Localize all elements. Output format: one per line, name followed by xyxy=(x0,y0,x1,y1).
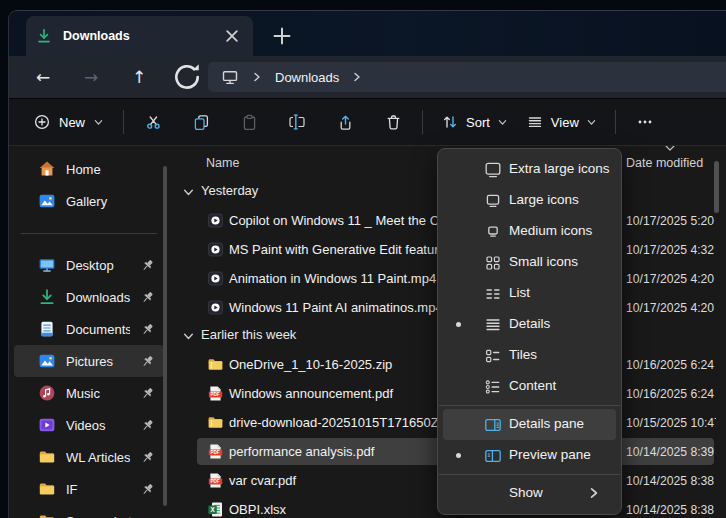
file-date-modified: 10/14/2025 8:38 xyxy=(626,474,716,488)
file-name: Copilot on Windows 11 _ Meet the Compu xyxy=(229,213,472,228)
folder-icon xyxy=(38,512,56,518)
sidebar-item-label: Home xyxy=(66,162,164,177)
new-button-label: New xyxy=(59,115,85,130)
file-date-modified: 10/17/2025 4:32 xyxy=(626,243,716,257)
sidebar-item-downloads[interactable]: Downloads xyxy=(14,281,164,313)
menu-item-show[interactable]: Show xyxy=(443,478,616,509)
address-bar[interactable]: Downloads xyxy=(208,62,726,92)
chevron-down-icon xyxy=(94,118,103,127)
tab-close-icon[interactable] xyxy=(221,25,243,47)
sidebar-item-documents[interactable]: Documents xyxy=(14,313,164,345)
pdf-file-icon: PDF xyxy=(207,385,224,402)
sort-icon xyxy=(442,114,458,130)
downloads-icon xyxy=(36,28,52,44)
paste-button[interactable] xyxy=(229,105,269,139)
list-icon xyxy=(484,285,502,303)
menu-item-medium-icons[interactable]: Medium icons xyxy=(443,216,616,247)
sidebar-item-wl-articles[interactable]: WL Articles xyxy=(14,441,164,473)
view-icon xyxy=(527,114,543,130)
svg-text:PDF: PDF xyxy=(210,479,219,484)
pin-icon xyxy=(140,290,155,305)
toolbar-divider xyxy=(615,110,616,134)
view-button[interactable]: View xyxy=(517,107,606,137)
pin-icon xyxy=(140,450,155,465)
share-button[interactable] xyxy=(325,105,365,139)
up-button[interactable]: ↑ xyxy=(119,61,159,93)
sort-button[interactable]: Sort xyxy=(432,107,517,137)
breadcrumb-downloads[interactable]: Downloads xyxy=(275,70,339,85)
svg-text:X: X xyxy=(210,506,215,513)
tab-downloads[interactable]: Downloads xyxy=(26,16,253,56)
sidebar-item-if[interactable]: IF xyxy=(14,473,164,505)
toolbar-divider xyxy=(422,110,423,134)
more-options-button[interactable] xyxy=(625,105,665,139)
new-button[interactable]: New xyxy=(23,107,114,137)
new-plus-icon xyxy=(34,114,50,130)
refresh-button[interactable] xyxy=(167,61,207,93)
menu-item-extra-large-icons[interactable]: Extra large icons xyxy=(443,154,616,185)
sidebar-item-label: IF xyxy=(66,482,130,497)
menu-item-tiles[interactable]: Tiles xyxy=(443,340,616,371)
breadcrumb-chevron-icon[interactable] xyxy=(252,72,262,82)
sidebar-item-label: Downloads xyxy=(66,290,130,305)
sidebar-item-label: Screenshots xyxy=(66,514,164,518)
column-header-date-modified[interactable]: Date modified xyxy=(626,156,703,170)
file-date-modified: 10/15/2025 10:47 xyxy=(626,416,716,430)
selected-bullet-icon xyxy=(456,453,461,458)
this-pc-icon[interactable] xyxy=(221,68,239,86)
new-tab-button[interactable] xyxy=(270,24,294,48)
file-date-modified: 10/14/2025 8:39 xyxy=(626,445,716,459)
sidebar-item-pictures[interactable]: Pictures xyxy=(14,345,164,377)
delete-button[interactable] xyxy=(373,105,413,139)
menu-item-label: Large icons xyxy=(509,192,579,207)
menu-item-label: Content xyxy=(509,378,556,393)
sidebar-separator xyxy=(9,217,169,249)
cut-button[interactable] xyxy=(133,105,173,139)
menu-item-content[interactable]: Content xyxy=(443,371,616,402)
sidebar-item-home[interactable]: Home xyxy=(14,153,164,185)
sidebar-item-label: Gallery xyxy=(66,194,164,209)
pin-icon xyxy=(140,418,155,433)
menu-separator xyxy=(439,405,620,406)
sidebar-item-label: WL Articles xyxy=(66,450,130,465)
rename-button[interactable] xyxy=(277,105,317,139)
sidebar-item-desktop[interactable]: Desktop xyxy=(14,249,164,281)
file-date-modified: 10/17/2025 4:20 xyxy=(626,301,716,315)
sort-descending-icon xyxy=(664,146,676,153)
menu-item-label: List xyxy=(509,285,530,300)
menu-item-preview-pane[interactable]: Preview pane xyxy=(443,440,616,471)
chevron-down-icon xyxy=(498,118,507,127)
extra-large-icons-icon xyxy=(484,161,502,179)
sidebar-item-label: Desktop xyxy=(66,258,130,273)
downloads-icon xyxy=(38,288,56,306)
group-label: Earlier this week xyxy=(201,327,296,342)
chevron-down-icon xyxy=(183,187,194,198)
menu-item-small-icons[interactable]: Small icons xyxy=(443,247,616,278)
sidebar-item-screenshots[interactable]: Screenshots xyxy=(14,505,164,518)
sidebar-item-music[interactable]: Music xyxy=(14,377,164,409)
menu-item-list[interactable]: List xyxy=(443,278,616,309)
gallery-icon xyxy=(38,192,56,210)
forward-button[interactable]: → xyxy=(71,61,111,93)
file-date-modified: 10/17/2025 4:20 xyxy=(626,272,716,286)
back-button[interactable]: ← xyxy=(23,61,63,93)
menu-item-label: Show xyxy=(509,485,543,500)
sidebar-scrollbar[interactable] xyxy=(163,166,167,506)
copy-button[interactable] xyxy=(181,105,221,139)
excel-file-icon: X xyxy=(207,501,224,518)
sidebar-item-label: Videos xyxy=(66,418,130,433)
file-list-scrollbar[interactable] xyxy=(714,161,719,213)
tiles-icon xyxy=(484,347,502,365)
sidebar-item-videos[interactable]: Videos xyxy=(14,409,164,441)
menu-item-details-pane[interactable]: Details pane xyxy=(443,409,616,440)
breadcrumb-chevron-icon[interactable] xyxy=(352,72,362,82)
details-pane-icon xyxy=(484,416,502,434)
menu-item-large-icons[interactable]: Large icons xyxy=(443,185,616,216)
column-header-name[interactable]: Name xyxy=(206,156,239,170)
sidebar-item-gallery[interactable]: Gallery xyxy=(14,185,164,217)
video-file-icon xyxy=(207,299,224,316)
file-name: Windows 11 Paint AI animatinos.mp4 xyxy=(229,300,443,315)
submenu-chevron-icon xyxy=(588,487,600,499)
menu-item-details[interactable]: Details xyxy=(443,309,616,340)
sort-button-label: Sort xyxy=(466,115,490,130)
